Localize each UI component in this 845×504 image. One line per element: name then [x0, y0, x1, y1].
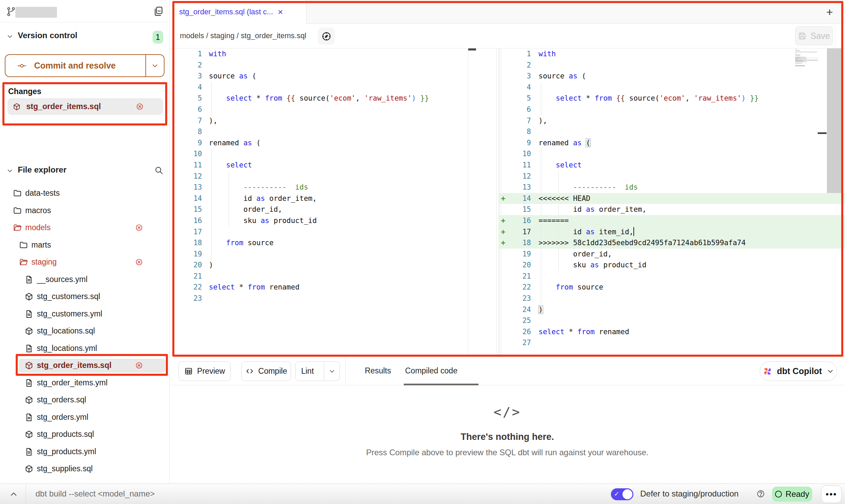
code-line-7[interactable]: 7),	[498, 115, 845, 127]
code-line-21[interactable]: 21	[170, 271, 496, 282]
code-line-12[interactable]: 12	[170, 171, 496, 182]
code-line-12[interactable]: 12	[498, 171, 845, 182]
code-line-9[interactable]: 9renamed as (	[170, 137, 496, 149]
code-line-16[interactable]: +16=======	[498, 215, 845, 226]
defer-toggle[interactable]: ✓	[611, 488, 633, 500]
code-line-20[interactable]: 20 sku as product_id	[498, 260, 845, 271]
tab-stg-order-items[interactable]: stg_order_items.sql (last c... ×	[170, 0, 306, 24]
discard-change-icon[interactable]	[136, 103, 144, 110]
code-line-27[interactable]: 27	[498, 337, 845, 349]
code-line-1[interactable]: 1with	[170, 48, 496, 60]
discard-change-icon[interactable]	[135, 258, 143, 266]
file-item-stg-orders-yml[interactable]: stg_orders.yml	[0, 409, 169, 426]
compile-button[interactable]: Compile	[241, 361, 291, 381]
file-item--sources-yml[interactable]: __sources.yml	[0, 271, 169, 288]
code-line-18[interactable]: 18 from source	[170, 237, 496, 249]
code-line-14[interactable]: +14<<<<<<< HEAD	[498, 193, 845, 204]
code-line-25[interactable]: 25	[498, 315, 845, 326]
lint-options-caret[interactable]	[324, 362, 340, 381]
code-line-16[interactable]: 16 sku as product_id	[170, 215, 496, 226]
code-line-23[interactable]: 23	[170, 293, 496, 304]
code-line-24[interactable]: 24)	[498, 304, 845, 315]
code-line-9[interactable]: 9renamed as (	[498, 137, 845, 149]
code-line-11[interactable]: 11 select	[170, 160, 496, 171]
code-line-6[interactable]: 6	[170, 104, 496, 115]
version-control-header[interactable]: Version control 1	[0, 30, 169, 45]
code-line-13[interactable]: 13 ---------- ids	[498, 182, 845, 193]
line-number: 11	[498, 160, 531, 171]
file-item-stg-customers-sql[interactable]: stg_customers.sql	[0, 288, 169, 306]
code-line-4[interactable]: 4	[498, 82, 845, 93]
code-line-22[interactable]: 22 from source	[498, 282, 845, 293]
code-line-20[interactable]: 20)	[170, 260, 496, 271]
file-item-stg-order-items-yml[interactable]: stg_order_items.yml	[0, 374, 169, 392]
file-item-stg-order-items-sql[interactable]: stg_order_items.sql	[0, 357, 169, 374]
code-line-19[interactable]: 19	[170, 249, 496, 260]
code-line-5[interactable]: 5 select * from {{ source('ecom', 'raw_i…	[498, 93, 845, 104]
file-item-stg-locations-yml[interactable]: stg_locations.yml	[0, 340, 169, 357]
new-tab-button[interactable]: +	[823, 5, 836, 18]
code-line-1[interactable]: 1with	[498, 48, 845, 60]
file-item-stg-customers-yml[interactable]: stg_customers.yml	[0, 306, 169, 323]
folder-open-icon	[13, 223, 22, 232]
code-line-18[interactable]: +18>>>>>>> 58c1dd23d5eebd9cd2495fa7124ab…	[498, 237, 845, 249]
code-line-21[interactable]: 21	[498, 271, 845, 282]
code-line-23[interactable]: 23	[498, 293, 845, 304]
file-item-models[interactable]: models	[0, 219, 169, 237]
code-line-15[interactable]: 15 order_id,	[170, 204, 496, 215]
tab-compiled-code[interactable]: Compiled code	[405, 366, 457, 375]
compass-icon[interactable]	[318, 28, 335, 45]
code-line-11[interactable]: 11 select	[498, 160, 845, 171]
code-line-6[interactable]: 6	[498, 104, 845, 115]
preview-button[interactable]: Preview	[178, 361, 231, 381]
code-line-14[interactable]: 14 id as order_item,	[170, 193, 496, 204]
lint-button[interactable]: Lint	[295, 361, 340, 381]
code-line-26[interactable]: 26select * from renamed	[498, 326, 845, 338]
code-line-17[interactable]: 17	[170, 226, 496, 238]
expand-command-bar-icon[interactable]	[8, 489, 19, 500]
chevron-down-icon[interactable]	[6, 33, 14, 40]
code-line-19[interactable]: 19 order_id,	[498, 249, 845, 260]
file-item-stg-locations-sql[interactable]: stg_locations.sql	[0, 323, 169, 340]
file-item-macros[interactable]: macros	[0, 202, 169, 220]
tab-close-icon[interactable]: ×	[278, 8, 283, 16]
more-options-button[interactable]: •••	[821, 485, 842, 503]
chevron-down-icon[interactable]	[6, 167, 14, 175]
help-icon[interactable]	[756, 489, 765, 498]
file-item-stg-supplies-sql[interactable]: stg_supplies.sql	[0, 460, 169, 478]
code-line-13[interactable]: 13 ---------- ids	[170, 182, 496, 193]
save-button[interactable]: Save	[795, 26, 833, 45]
code-line-22[interactable]: 22select * from renamed	[170, 282, 496, 293]
file-explorer-header[interactable]: File explorer	[0, 164, 169, 179]
code-line-4[interactable]: 4	[170, 82, 496, 93]
changed-file-item[interactable]: stg_order_items.sql	[8, 98, 163, 115]
code-line-10[interactable]: 10	[498, 148, 845, 160]
file-item-marts[interactable]: marts	[0, 237, 169, 254]
file-item-data-tests[interactable]: data-tests	[0, 185, 169, 202]
commit-and-resolve-button[interactable]: Commit and resolve	[5, 54, 164, 77]
code-line-10[interactable]: 10	[170, 148, 496, 160]
discard-change-icon[interactable]	[135, 361, 143, 369]
code-line-5[interactable]: 5 select * from {{ source('ecom', 'raw_i…	[170, 93, 496, 104]
code-line-7[interactable]: 7),	[170, 115, 496, 127]
code-line-17[interactable]: +17 id as item_id,	[498, 226, 845, 238]
line-number: 5	[170, 93, 202, 104]
discard-change-icon[interactable]	[135, 224, 143, 232]
code-line-8[interactable]: 8	[498, 126, 845, 137]
search-icon[interactable]	[154, 166, 163, 175]
file-item-stg-products-yml[interactable]: stg_products.yml	[0, 443, 169, 461]
commit-options-caret[interactable]	[145, 55, 164, 76]
dbt-copilot-button[interactable]: dbt Copilot	[760, 361, 837, 381]
code-line-3[interactable]: 3source as (	[498, 71, 845, 82]
file-item-stg-orders-sql[interactable]: stg_orders.sql	[0, 391, 169, 409]
file-item-stg-products-sql[interactable]: stg_products.sql	[0, 426, 169, 443]
code-line-2[interactable]: 2	[170, 60, 496, 71]
copy-files-icon[interactable]	[153, 6, 164, 17]
file-item-staging[interactable]: staging	[0, 254, 169, 271]
tab-results[interactable]: Results	[365, 366, 391, 375]
code-line-8[interactable]: 8	[170, 126, 496, 137]
command-input[interactable]: dbt build --select <model_name>	[35, 489, 155, 499]
code-line-2[interactable]: 2	[498, 60, 845, 71]
code-line-15[interactable]: 15 id as order_item,	[498, 204, 845, 215]
code-line-3[interactable]: 3source as (	[170, 71, 496, 82]
